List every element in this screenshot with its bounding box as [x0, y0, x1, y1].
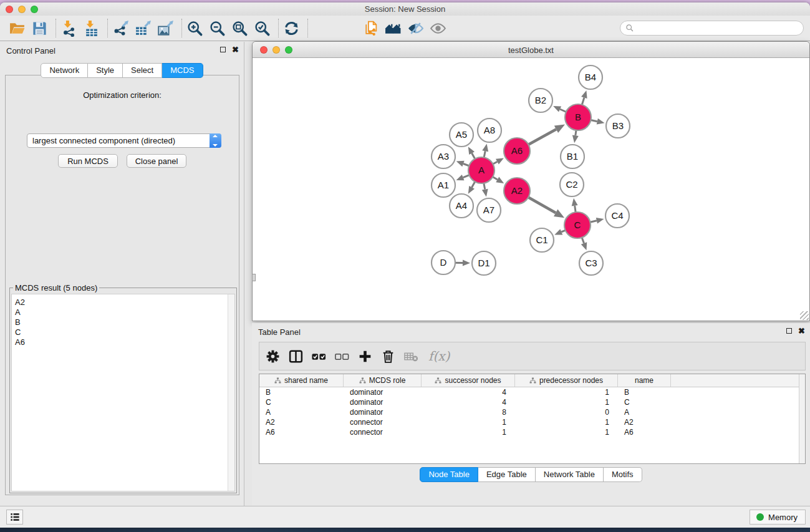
table-cell[interactable]: C	[259, 397, 344, 407]
tab-mcds[interactable]: MCDS	[162, 63, 203, 78]
node-A8[interactable]: A8	[478, 118, 501, 142]
add-icon[interactable]	[355, 347, 374, 365]
node-C1[interactable]: C1	[530, 228, 554, 252]
houses-icon[interactable]	[383, 19, 402, 37]
zoom-fit-icon[interactable]	[230, 19, 249, 37]
table-cell[interactable]: B	[259, 387, 344, 397]
optimization-criterion-dropdown[interactable]: largest connected component (directed)	[27, 133, 221, 148]
zoom-in-icon[interactable]	[185, 19, 204, 37]
node-C[interactable]: C	[564, 212, 591, 238]
table-row[interactable]: Cdominator41C	[259, 397, 805, 407]
table-cell[interactable]: A6	[618, 427, 671, 437]
node-C4[interactable]: C4	[605, 204, 629, 228]
tab-network-table[interactable]: Network Table	[536, 467, 604, 482]
table-cell[interactable]: A2	[618, 417, 671, 427]
eye-icon[interactable]	[428, 19, 447, 37]
dropdown-stepper-icon[interactable]	[210, 133, 221, 148]
save-session-icon[interactable]	[30, 19, 49, 37]
node-D[interactable]: D	[432, 251, 455, 274]
node-C2[interactable]: C2	[560, 173, 584, 196]
trash-icon[interactable]	[378, 347, 397, 365]
close-table-panel-icon[interactable]: ✖	[798, 327, 805, 334]
node-C3[interactable]: C3	[579, 251, 603, 275]
tab-select[interactable]: Select	[123, 63, 162, 78]
mcds-result-list[interactable]: A2ABCA6	[11, 294, 235, 491]
tab-network[interactable]: Network	[41, 63, 88, 78]
export-image-icon[interactable]	[156, 19, 175, 37]
tab-edge-table[interactable]: Edge Table	[478, 467, 536, 482]
float-table-panel-icon[interactable]	[786, 328, 792, 334]
checked-boxes-icon[interactable]	[309, 347, 328, 365]
split-columns-icon[interactable]	[286, 347, 305, 365]
task-history-button[interactable]	[6, 510, 23, 525]
node-A5[interactable]: A5	[450, 123, 473, 147]
float-panel-icon[interactable]	[220, 47, 226, 52]
table-cell[interactable]: 1	[515, 417, 618, 427]
node-A6[interactable]: A6	[504, 138, 530, 164]
table-cell[interactable]: A	[618, 407, 671, 417]
column-header-successor-nodes[interactable]: successor nodes	[422, 374, 515, 387]
node-B3[interactable]: B3	[606, 114, 630, 138]
node-A[interactable]: A	[468, 157, 494, 183]
tab-style[interactable]: Style	[88, 63, 123, 78]
node-A2[interactable]: A2	[504, 178, 530, 204]
table-scrollbar[interactable]	[799, 374, 805, 463]
node-B2[interactable]: B2	[529, 89, 552, 112]
table-cell[interactable]: connector	[344, 417, 422, 427]
unchecked-boxes-icon[interactable]	[332, 347, 351, 365]
run-mcds-button[interactable]: Run MCDS	[58, 154, 118, 168]
table-cell[interactable]: C	[618, 397, 671, 407]
tab-node-table[interactable]: Node Table	[420, 467, 478, 482]
function-builder-button[interactable]: f(x)	[428, 349, 450, 364]
close-panel-button[interactable]: Close panel	[127, 154, 186, 168]
table-row[interactable]: Bdominator41B	[259, 387, 805, 397]
memory-button[interactable]: Memory	[750, 510, 806, 525]
table-cell[interactable]: 1	[515, 397, 618, 407]
close-panel-icon[interactable]: ✖	[232, 46, 239, 53]
node-B1[interactable]: B1	[561, 145, 584, 168]
result-item[interactable]: A2	[15, 297, 234, 307]
export-network-icon[interactable]	[111, 19, 130, 37]
table-cell[interactable]: 1	[422, 427, 515, 437]
node-B4[interactable]: B4	[579, 65, 602, 89]
window-resize-grip[interactable]	[800, 311, 809, 320]
table-cell[interactable]: 1	[422, 417, 515, 427]
export-table-icon[interactable]	[133, 19, 152, 37]
tab-motifs[interactable]: Motifs	[604, 467, 642, 482]
eye-slash-icon[interactable]	[406, 19, 425, 37]
network-canvas[interactable]: B4B2BB3A5A8A6A3B1AA1C2A2A4A7CC4C1C3DD1	[253, 58, 809, 321]
result-item[interactable]: C	[15, 327, 234, 337]
column-header-MCDS-role[interactable]: MCDS role	[344, 374, 422, 387]
table-cell[interactable]: 8	[422, 407, 515, 417]
result-list-scrollbar[interactable]	[228, 294, 234, 491]
table-row[interactable]: Adominator80A	[259, 407, 805, 417]
gear-icon[interactable]	[263, 347, 282, 365]
table-cell[interactable]: 4	[422, 397, 515, 407]
table-cell[interactable]: dominator	[344, 397, 422, 407]
window-edge-grip[interactable]	[252, 274, 256, 281]
table-row[interactable]: A2connector11A2	[259, 417, 805, 427]
open-session-icon[interactable]	[7, 19, 26, 37]
table-cell[interactable]: A	[259, 407, 344, 417]
zoom-out-icon[interactable]	[208, 19, 226, 37]
result-item[interactable]: B	[15, 317, 234, 327]
table-cell[interactable]: A6	[259, 427, 344, 437]
node-A1[interactable]: A1	[432, 173, 455, 197]
table-cell[interactable]: B	[618, 387, 671, 397]
column-header-name[interactable]: name	[618, 374, 671, 387]
table-delete-icon[interactable]	[402, 347, 420, 365]
table-cell[interactable]: A2	[259, 417, 344, 427]
table-cell[interactable]: 1	[515, 427, 618, 437]
node-A4[interactable]: A4	[450, 194, 473, 218]
table-row[interactable]: A6connector11A6	[259, 427, 805, 437]
table-cell[interactable]: dominator	[344, 407, 422, 417]
node-D1[interactable]: D1	[472, 251, 496, 275]
table-cell[interactable]: 4	[422, 387, 515, 397]
import-network-icon[interactable]	[59, 19, 78, 37]
table-cell[interactable]: 0	[515, 407, 618, 417]
result-item[interactable]: A6	[15, 337, 234, 347]
node-A3[interactable]: A3	[432, 145, 455, 168]
table-cell[interactable]: dominator	[344, 387, 422, 397]
refresh-icon[interactable]	[282, 19, 301, 37]
column-header-predecessor-nodes[interactable]: predecessor nodes	[515, 374, 618, 387]
